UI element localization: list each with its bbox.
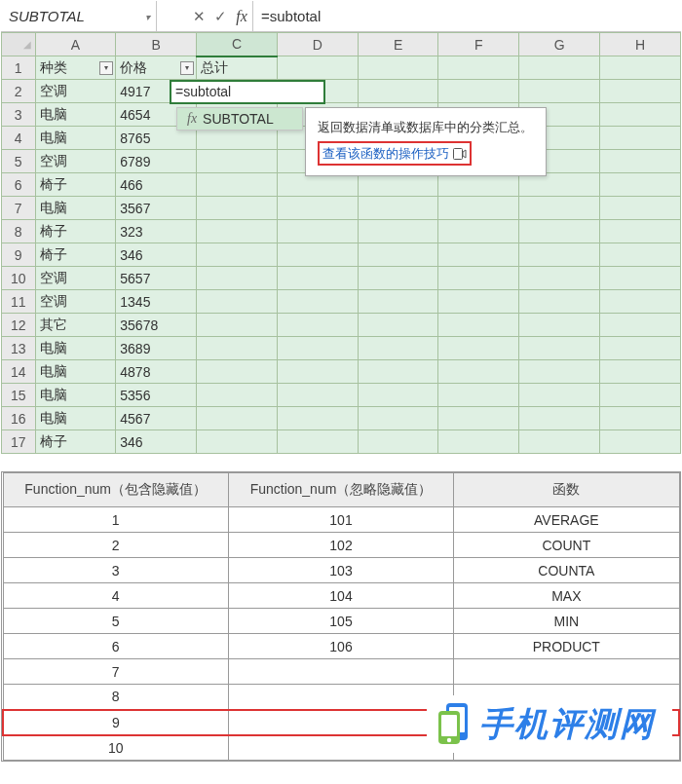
cell[interactable]: [197, 314, 278, 337]
cell[interactable]: [600, 360, 681, 384]
cell[interactable]: [600, 430, 681, 454]
cell[interactable]: [197, 430, 278, 454]
select-all-corner[interactable]: ◢: [2, 33, 36, 56]
cell[interactable]: [277, 80, 358, 103]
cell[interactable]: [600, 314, 681, 337]
column-header[interactable]: H: [600, 33, 681, 56]
cell[interactable]: [197, 243, 278, 267]
cell[interactable]: 电脑: [35, 197, 116, 220]
cell[interactable]: [197, 290, 278, 314]
cell[interactable]: [277, 56, 358, 80]
cell[interactable]: [197, 360, 278, 384]
column-header[interactable]: E: [358, 33, 438, 56]
row-header[interactable]: 10: [2, 267, 36, 290]
cell[interactable]: [438, 384, 519, 407]
cell[interactable]: 其它: [35, 314, 116, 337]
cell[interactable]: 4878: [116, 360, 197, 384]
row-header[interactable]: 4: [2, 127, 36, 150]
cell[interactable]: 空调: [35, 290, 116, 314]
cell[interactable]: 346: [116, 430, 197, 454]
cell[interactable]: 466: [116, 173, 197, 197]
row-header[interactable]: 13: [2, 337, 36, 360]
cell[interactable]: 电脑: [35, 407, 116, 430]
cancel-formula-button[interactable]: ✕: [188, 1, 209, 31]
cell[interactable]: [197, 407, 278, 430]
cell[interactable]: [197, 337, 278, 360]
cell[interactable]: [600, 150, 681, 173]
cell[interactable]: [358, 173, 438, 197]
row-header[interactable]: 6: [2, 173, 36, 197]
name-box[interactable]: SUBTOTAL ▾: [1, 1, 157, 31]
cell[interactable]: [358, 290, 438, 314]
cell[interactable]: [277, 430, 358, 454]
cell[interactable]: [519, 290, 600, 314]
filter-dropdown-icon[interactable]: ▾: [180, 61, 194, 75]
row-header[interactable]: 9: [2, 243, 36, 267]
row-header[interactable]: 5: [2, 150, 36, 173]
cell[interactable]: [600, 407, 681, 430]
cell[interactable]: [519, 384, 600, 407]
cell[interactable]: [519, 314, 600, 337]
cell[interactable]: [519, 267, 600, 290]
row-header[interactable]: 8: [2, 220, 36, 243]
cell[interactable]: [438, 80, 519, 103]
cell[interactable]: 椅子: [35, 220, 116, 243]
row-header[interactable]: 14: [2, 360, 36, 384]
cell[interactable]: [600, 337, 681, 360]
cell[interactable]: [600, 197, 681, 220]
cell[interactable]: [600, 384, 681, 407]
column-header[interactable]: C: [197, 33, 278, 56]
cell[interactable]: [600, 173, 681, 197]
cell[interactable]: [277, 337, 358, 360]
cell[interactable]: 3689: [116, 337, 197, 360]
cell[interactable]: [277, 407, 358, 430]
cell[interactable]: [438, 337, 519, 360]
cell[interactable]: [197, 80, 278, 103]
cell[interactable]: [438, 197, 519, 220]
cell[interactable]: [277, 220, 358, 243]
cell[interactable]: [358, 384, 438, 407]
cell[interactable]: [519, 173, 600, 197]
cell[interactable]: 1345: [116, 290, 197, 314]
cell[interactable]: [197, 384, 278, 407]
cell[interactable]: [438, 243, 519, 267]
row-header[interactable]: 12: [2, 314, 36, 337]
cell[interactable]: [277, 197, 358, 220]
cell[interactable]: 电脑: [35, 337, 116, 360]
cell[interactable]: 总计: [197, 56, 278, 80]
column-header[interactable]: G: [519, 33, 600, 56]
cell[interactable]: 空调: [35, 80, 116, 103]
cell[interactable]: 6789: [116, 150, 197, 173]
row-header[interactable]: 7: [2, 197, 36, 220]
cell[interactable]: [600, 103, 681, 127]
accept-formula-button[interactable]: ✓: [209, 1, 231, 31]
cell[interactable]: [438, 267, 519, 290]
cell[interactable]: [197, 267, 278, 290]
filter-dropdown-icon[interactable]: ▾: [99, 61, 113, 75]
cell[interactable]: [438, 290, 519, 314]
row-header[interactable]: 1: [2, 56, 36, 80]
cell[interactable]: [197, 150, 278, 173]
cell[interactable]: [519, 197, 600, 220]
cell[interactable]: [358, 267, 438, 290]
cell[interactable]: [358, 220, 438, 243]
cell[interactable]: [519, 337, 600, 360]
cell[interactable]: 椅子: [35, 243, 116, 267]
cell[interactable]: [600, 56, 681, 80]
cell[interactable]: [519, 430, 600, 454]
cell[interactable]: [519, 360, 600, 384]
column-header[interactable]: D: [277, 33, 358, 56]
cell[interactable]: [197, 220, 278, 243]
cell[interactable]: [358, 314, 438, 337]
function-autocomplete[interactable]: fx SUBTOTAL: [176, 107, 303, 131]
cell[interactable]: [277, 173, 358, 197]
cell[interactable]: 3567: [116, 197, 197, 220]
tooltip-link[interactable]: 查看该函数的操作技巧: [322, 144, 449, 164]
cell[interactable]: [277, 384, 358, 407]
row-header[interactable]: 17: [2, 430, 36, 454]
cell[interactable]: 323: [116, 220, 197, 243]
cell[interactable]: [519, 220, 600, 243]
cell[interactable]: 电脑: [35, 360, 116, 384]
cell[interactable]: 电脑: [35, 103, 116, 127]
cell[interactable]: [358, 243, 438, 267]
